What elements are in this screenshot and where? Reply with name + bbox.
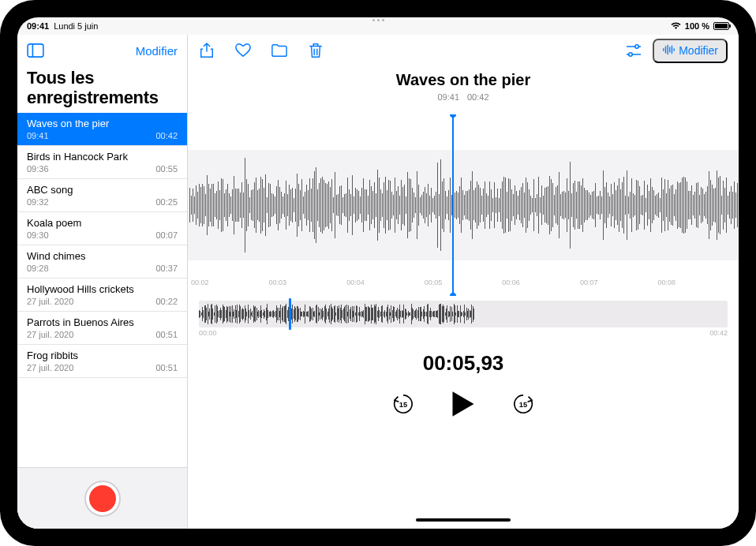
waveform-icon [662, 44, 675, 58]
item-duration: 00:07 [155, 230, 178, 240]
item-title: Koala poem [27, 217, 178, 229]
transport-controls: 15 15 [188, 390, 739, 418]
overview-playhead[interactable] [289, 298, 291, 330]
battery-icon [713, 22, 729, 30]
record-area [17, 467, 187, 529]
main-panel: Modifier Waves on the pier 09:41 00:42 0… [188, 35, 739, 529]
list-item[interactable]: Wind chimes 09:2800:37 [17, 245, 187, 279]
status-date: Lundi 5 juin [54, 21, 98, 31]
waveform-overview[interactable] [199, 301, 728, 327]
svg-point-5 [629, 53, 632, 56]
recording-duration: 00:42 [467, 92, 489, 102]
item-title: ABC song [27, 184, 178, 196]
item-time: 09:41 [27, 131, 49, 140]
list-item[interactable]: Hollywood Hills crickets 27 juil. 202000… [17, 279, 187, 312]
item-title: Wind chimes [27, 250, 178, 262]
item-title: Birds in Hancock Park [27, 151, 178, 163]
item-duration: 00:22 [155, 297, 178, 306]
item-duration: 00:51 [155, 330, 178, 339]
time-tick: 00:05 [425, 279, 503, 293]
item-duration: 00:37 [155, 264, 178, 273]
home-indicator[interactable] [416, 518, 511, 522]
svg-rect-0 [28, 44, 43, 57]
time-tick: 00:06 [502, 279, 580, 293]
svg-text:15: 15 [519, 401, 527, 409]
skip-forward-15-button[interactable]: 15 [512, 393, 534, 415]
item-title: Waves on the pier [27, 118, 178, 129]
item-time: 27 juil. 2020 [27, 297, 73, 306]
multitasking-dots[interactable] [17, 19, 739, 21]
item-time: 27 juil. 2020 [27, 330, 73, 339]
list-item[interactable]: Birds in Hancock Park 09:3600:55 [17, 146, 187, 179]
time-tick: 00:02 [191, 279, 269, 293]
item-time: 09:28 [27, 264, 49, 273]
overview-end: 00:42 [709, 329, 728, 337]
playhead[interactable] [452, 114, 454, 296]
time-ticks: 00:0200:0300:0400:0500:0600:0700:08 [188, 279, 739, 293]
item-time: 09:32 [27, 197, 49, 207]
time-tick: 00:03 [269, 279, 347, 293]
item-title: Hollywood Hills crickets [27, 283, 178, 295]
sidebar-title: Tous les enregistrements [17, 66, 187, 113]
folder-button[interactable] [271, 43, 287, 58]
item-title: Frog ribbits [27, 350, 178, 361]
recording-title: Waves on the pier [188, 71, 739, 89]
edit-recording-button[interactable]: Modifier [653, 39, 728, 63]
overview-ticks: 00:00 00:42 [199, 329, 728, 337]
item-time: 27 juil. 2020 [27, 363, 73, 372]
edit-recording-label: Modifier [679, 44, 718, 57]
item-duration: 00:51 [155, 363, 178, 372]
record-dot-icon [89, 485, 116, 512]
svg-point-3 [635, 45, 638, 48]
current-time: 00:05,93 [188, 351, 739, 376]
list-item[interactable]: Parrots in Buenos Aires 27 juil. 202000:… [17, 312, 187, 345]
wifi-icon [671, 22, 681, 30]
list-item[interactable]: Frog ribbits 27 juil. 202000:51 [17, 345, 187, 378]
waveform-zoom[interactable]: 00:0200:0300:0400:0500:0600:0700:08 [188, 114, 739, 296]
item-time: 09:36 [27, 164, 49, 174]
item-duration: 00:55 [155, 164, 178, 174]
item-time: 09:30 [27, 230, 49, 240]
overview-start: 00:00 [199, 329, 217, 337]
sidebar: Modifier Tous les enregistrements Waves … [17, 35, 188, 529]
time-tick: 00:07 [580, 279, 658, 293]
skip-back-15-button[interactable]: 15 [392, 393, 414, 415]
list-item[interactable]: Koala poem 09:3000:07 [17, 212, 187, 245]
svg-text:15: 15 [399, 401, 407, 409]
battery-pct: 100 % [685, 21, 709, 31]
play-button[interactable] [451, 390, 476, 418]
recording-meta: 09:41 00:42 [188, 92, 739, 102]
delete-button[interactable] [308, 43, 324, 58]
favorite-button[interactable] [235, 43, 251, 58]
share-button[interactable] [199, 43, 215, 58]
sidebar-toggle-button[interactable] [27, 43, 44, 58]
list-item[interactable]: ABC song 09:3200:25 [17, 179, 187, 212]
recordings-list[interactable]: Waves on the pier 09:4100:42Birds in Han… [17, 113, 187, 467]
time-tick: 00:08 [657, 279, 735, 293]
recording-time: 09:41 [437, 92, 459, 102]
item-title: Parrots in Buenos Aires [27, 316, 178, 328]
time-tick: 00:04 [346, 279, 425, 293]
sidebar-edit-button[interactable]: Modifier [136, 44, 178, 58]
options-button[interactable] [626, 43, 642, 58]
item-duration: 00:25 [155, 197, 178, 207]
list-item[interactable]: Waves on the pier 09:4100:42 [17, 113, 187, 146]
item-duration: 00:42 [155, 131, 178, 140]
status-time: 09:41 [27, 21, 49, 31]
record-button[interactable] [84, 481, 121, 517]
